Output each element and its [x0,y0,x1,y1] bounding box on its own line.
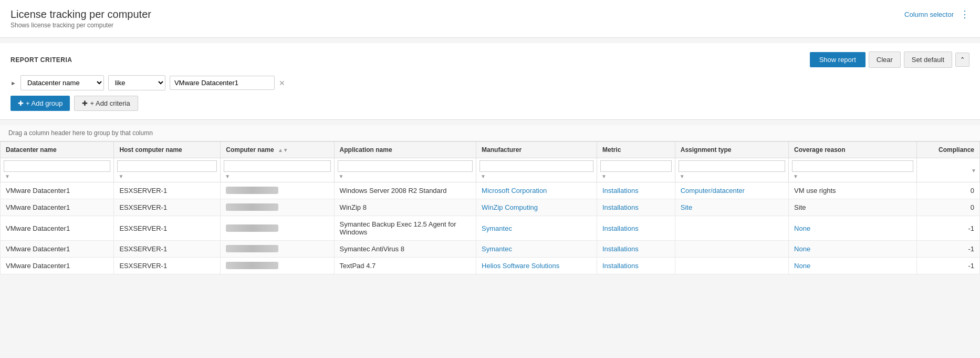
host-cell: ESXSERVER-1 [114,258,221,274]
compliance-cell: -1 [916,258,979,274]
col-header-metric: Metric [597,142,675,158]
add-group-button[interactable]: ✚ + Add group [11,96,70,111]
application-cell: Symantec Backup Exec 12.5 Agent for Wind… [334,216,476,241]
datacenter-cell: VMware Datacenter1 [1,199,114,216]
page-subtitle: Shows license tracking per computer [11,22,151,29]
manufacturer-cell[interactable]: Microsoft Corporation [476,182,597,199]
sort-icon-computer: ▲▼ [278,147,288,153]
coverage-cell: VM use rights [789,182,916,199]
filter-icon-manufacturer[interactable]: ▼ [481,173,486,179]
computer-name-blurred [226,224,278,232]
filter-computer[interactable] [224,160,330,172]
datacenter-cell: VMware Datacenter1 [1,216,114,241]
filter-coverage[interactable] [792,160,913,172]
filter-icon-computer[interactable]: ▼ [225,173,230,179]
more-options-icon[interactable]: ⋮ [960,8,969,20]
add-criteria-button[interactable]: ✚ + Add criteria [74,96,138,111]
assignment-link[interactable]: Site [681,203,692,211]
collapse-button[interactable]: ⌃ [955,53,969,67]
computer-name-blurred [226,245,278,252]
compliance-cell: 0 [916,182,979,199]
host-cell: ESXSERVER-1 [114,182,221,199]
coverage-link[interactable]: None [794,245,810,253]
manufacturer-cell[interactable]: WinZip Computing [476,199,597,216]
col-header-computer[interactable]: Computer name ▲▼ [221,142,334,158]
manufacturer-link[interactable]: Helios Software Solutions [482,262,559,270]
computer-name-blurred [226,203,278,211]
manufacturer-cell[interactable]: Symantec [476,216,597,241]
datacenter-cell: VMware Datacenter1 [1,258,114,274]
filter-icon-datacenter[interactable]: ▼ [5,173,10,179]
filter-icon-host[interactable]: ▼ [118,173,123,179]
datacenter-cell: VMware Datacenter1 [1,241,114,258]
metric-link[interactable]: Installations [602,187,639,195]
assignment-cell [675,258,788,274]
header-actions: Column selector ⋮ [904,8,969,20]
report-criteria-header: REPORT CRITERIA Show report Clear Set de… [11,52,969,68]
application-cell: TextPad 4.7 [334,258,476,274]
metric-link[interactable]: Installations [602,224,639,232]
col-header-host: Host computer name [114,142,221,158]
metric-cell[interactable]: Installations [597,258,675,274]
manufacturer-link[interactable]: Symantec [482,245,512,253]
col-header-assignment: Assignment type [675,142,788,158]
assignment-cell [675,241,788,258]
coverage-cell[interactable]: None [789,216,916,241]
coverage-link[interactable]: None [794,224,810,232]
clear-button[interactable]: Clear [869,52,901,68]
filter-datacenter[interactable] [4,160,110,172]
manufacturer-cell[interactable]: Helios Software Solutions [476,258,597,274]
filter-host[interactable] [117,160,217,172]
computer-name-cell [221,216,334,241]
set-default-button[interactable]: Set default [904,52,952,68]
coverage-cell: Site [789,199,916,216]
metric-cell[interactable]: Installations [597,216,675,241]
host-cell: ESXSERVER-1 [114,199,221,216]
col-header-application: Application name [334,142,476,158]
report-criteria-title: REPORT CRITERIA [11,56,72,64]
column-selector-link[interactable]: Column selector [904,11,954,18]
coverage-cell[interactable]: None [789,258,916,274]
criteria-operator-select[interactable]: like equals not like is empty is not emp… [108,75,165,90]
filter-icon-application[interactable]: ▼ [339,173,344,179]
metric-cell[interactable]: Installations [597,182,675,199]
filter-metric[interactable] [600,160,672,172]
manufacturer-link[interactable]: Microsoft Corporation [482,187,547,195]
computer-name-cell [221,258,334,274]
collapse-icon: ⌃ [960,56,965,63]
metric-link[interactable]: Installations [602,262,639,270]
manufacturer-link[interactable]: WinZip Computing [482,203,538,211]
metric-link[interactable]: Installations [602,203,639,211]
filter-icon-coverage[interactable]: ▼ [793,173,798,179]
assignment-cell[interactable]: Computer/datacenter [675,182,788,199]
assignment-cell [675,216,788,241]
assignment-cell[interactable]: Site [675,199,788,216]
computer-name-cell [221,199,334,216]
coverage-link[interactable]: None [794,262,810,270]
computer-name-blurred [226,262,278,269]
host-cell: ESXSERVER-1 [114,241,221,258]
filter-icon-assignment[interactable]: ▼ [680,173,685,179]
coverage-cell[interactable]: None [789,241,916,258]
criteria-field-select[interactable]: Datacenter name Host computer name Compu… [20,75,104,90]
filter-icon-metric[interactable]: ▼ [601,173,607,179]
criteria-clear-icon[interactable]: ✕ [279,79,285,87]
show-report-button[interactable]: Show report [810,52,866,67]
metric-link[interactable]: Installations [602,245,639,253]
add-criteria-label: + Add criteria [90,99,130,107]
metric-cell[interactable]: Installations [597,199,675,216]
drag-hint: Drag a column header here to group by th… [0,125,980,141]
manufacturer-link[interactable]: Symantec [482,224,512,232]
filter-application[interactable] [338,160,473,172]
page-title: License tracking per computer [11,8,151,21]
filter-icon-compliance[interactable]: ▼ [971,168,976,173]
criteria-value-input[interactable] [170,76,275,90]
manufacturer-cell[interactable]: Symantec [476,241,597,258]
computer-name-blurred [226,187,278,194]
table-body: VMware Datacenter1 ESXSERVER-1 Windows S… [1,182,980,274]
metric-cell[interactable]: Installations [597,241,675,258]
filter-manufacturer[interactable] [479,160,593,172]
col-header-coverage: Coverage reason [789,142,916,158]
filter-assignment[interactable] [679,160,785,172]
assignment-link[interactable]: Computer/datacenter [681,187,745,195]
